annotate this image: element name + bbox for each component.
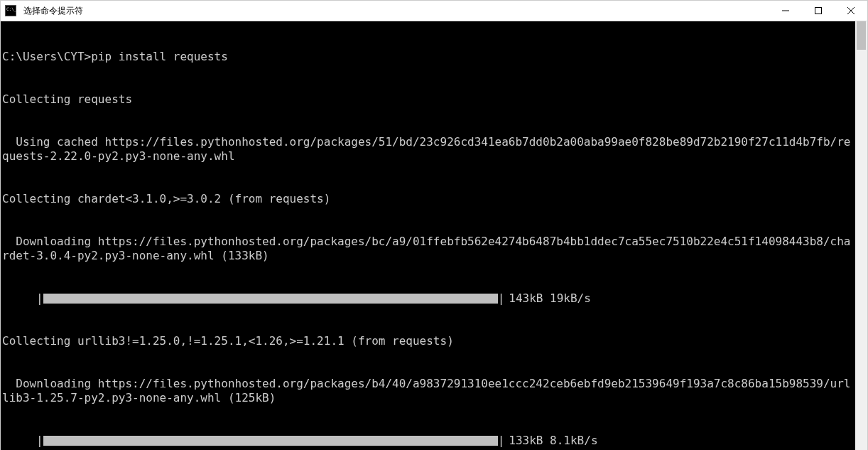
svg-rect-1 xyxy=(815,8,822,14)
output-line: Using cached https://files.pythonhosted.… xyxy=(2,135,855,164)
titlebar[interactable]: 选择命令提示符 xyxy=(1,1,867,21)
progress-pipe-right: | xyxy=(498,434,505,448)
maximize-icon xyxy=(815,7,822,14)
output-line: Downloading https://files.pythonhosted.o… xyxy=(2,235,855,263)
client-area: C:\Users\CYT>pip install requests Collec… xyxy=(1,21,867,450)
progress-bar-fill xyxy=(43,294,498,304)
close-icon xyxy=(847,7,855,14)
prompt-line: C:\Users\CYT>pip install requests xyxy=(2,50,855,64)
vertical-scrollbar[interactable] xyxy=(855,21,867,450)
terminal-output[interactable]: C:\Users\CYT>pip install requests Collec… xyxy=(1,21,855,450)
cmd-icon xyxy=(5,5,16,16)
progress-bar-fill xyxy=(43,436,498,446)
window-title: 选择命令提示符 xyxy=(21,5,769,17)
close-button[interactable] xyxy=(835,1,867,21)
minimize-icon xyxy=(782,7,789,14)
progress-row-urllib3: | | 133kB 8.1kB/s xyxy=(2,434,855,448)
app-icon xyxy=(1,1,21,21)
progress-pipe-left: | xyxy=(36,291,43,306)
output-line: Collecting urllib3!=1.25.0,!=1.25.1,<1.2… xyxy=(2,334,855,348)
progress-row-chardet: | | 143kB 19kB/s xyxy=(2,291,855,306)
progress-stat: 133kB 8.1kB/s xyxy=(509,434,597,448)
output-line: Collecting requests xyxy=(2,92,855,107)
progress-pipe-left: | xyxy=(36,434,43,448)
progress-stat: 143kB 19kB/s xyxy=(509,291,591,306)
progress-pipe-right: | xyxy=(498,291,505,306)
output-line: Collecting chardet<3.1.0,>=3.0.2 (from r… xyxy=(2,192,855,206)
minimize-button[interactable] xyxy=(769,1,802,21)
command-prompt-window: 选择命令提示符 C:\Users\CYT>pip install request… xyxy=(0,0,868,450)
window-controls xyxy=(769,1,867,21)
maximize-button[interactable] xyxy=(802,1,835,21)
output-line: Downloading https://files.pythonhosted.o… xyxy=(2,377,855,405)
scrollbar-thumb[interactable] xyxy=(857,21,866,50)
